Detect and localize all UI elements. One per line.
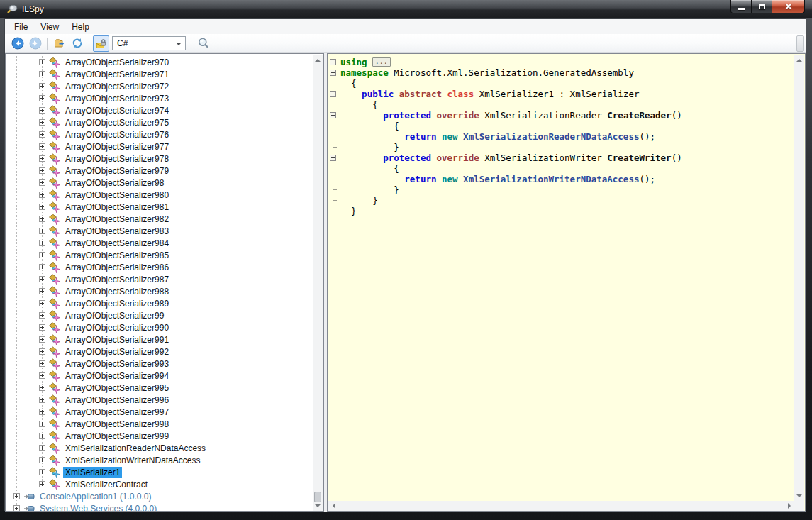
tree-item-label[interactable]: ArrayOfObjectSerializer997: [63, 406, 171, 418]
tree-item-label[interactable]: XmlSerializationReaderNDataAccess: [63, 443, 208, 454]
tree-item[interactable]: XmlSerializationWriterNDataAccess: [6, 454, 313, 466]
tree-item[interactable]: ArrayOfObjectSerializer992: [6, 345, 313, 358]
tree-item-label[interactable]: ArrayOfObjectSerializer98: [63, 177, 166, 189]
tree-item-label[interactable]: ArrayOfObjectSerializer995: [63, 382, 171, 394]
expand-toggle-icon[interactable]: [39, 167, 45, 174]
expand-toggle-icon[interactable]: [39, 131, 45, 138]
expand-toggle-icon[interactable]: [39, 397, 45, 403]
tree-item[interactable]: ArrayOfObjectSerializer973: [6, 92, 313, 104]
fold-toggle-icon[interactable]: [330, 59, 336, 65]
tree-item[interactable]: ArrayOfObjectSerializer988: [6, 285, 313, 297]
fold-toggle-icon[interactable]: [330, 112, 336, 118]
expand-toggle-icon[interactable]: [39, 469, 45, 475]
expand-toggle-icon[interactable]: [39, 179, 45, 186]
expand-toggle-icon[interactable]: [39, 288, 45, 294]
tree-item-label[interactable]: ArrayOfObjectSerializer978: [63, 153, 171, 165]
expand-toggle-icon[interactable]: [39, 59, 45, 65]
tree-item[interactable]: ArrayOfObjectSerializer998: [6, 418, 313, 430]
tree-item-label[interactable]: ArrayOfObjectSerializer991: [63, 334, 171, 345]
tree-item[interactable]: ArrayOfObjectSerializer990: [6, 321, 313, 333]
language-select[interactable]: C#: [112, 36, 186, 50]
tree-item[interactable]: ConsoleApplication1 (1.0.0.0): [6, 490, 313, 502]
tree-item-label[interactable]: ArrayOfObjectSerializer998: [63, 419, 171, 430]
expand-toggle-icon[interactable]: [39, 348, 45, 355]
tree-item[interactable]: ArrayOfObjectSerializer977: [6, 140, 313, 153]
tree-item[interactable]: ArrayOfObjectSerializer99: [6, 309, 313, 321]
expand-toggle-icon[interactable]: [39, 481, 45, 487]
fold-toggle-icon[interactable]: [330, 91, 336, 97]
tree-item[interactable]: System.Web.Services (4.0.0.0): [6, 502, 313, 511]
tree-item[interactable]: ArrayOfObjectSerializer996: [6, 394, 313, 406]
tree-item[interactable]: ArrayOfObjectSerializer983: [6, 225, 313, 237]
tree-item[interactable]: XmlSerializationReaderNDataAccess: [6, 442, 313, 454]
tree-item[interactable]: ArrayOfObjectSerializer999: [6, 430, 313, 442]
expand-toggle-icon[interactable]: [39, 372, 45, 379]
expand-toggle-icon[interactable]: [39, 457, 45, 463]
tree-item[interactable]: ArrayOfObjectSerializer984: [6, 237, 313, 249]
tree-item[interactable]: ArrayOfObjectSerializer995: [6, 382, 313, 394]
tree-item[interactable]: ArrayOfObjectSerializer980: [6, 189, 313, 201]
tree-item[interactable]: ArrayOfObjectSerializer994: [6, 370, 313, 382]
tree-item-label[interactable]: ArrayOfObjectSerializer985: [63, 250, 171, 261]
tree-item[interactable]: ArrayOfObjectSerializer972: [6, 80, 313, 92]
tree-item[interactable]: ArrayOfObjectSerializer985: [6, 249, 313, 261]
expand-toggle-icon[interactable]: [39, 385, 45, 391]
tree-item[interactable]: ArrayOfObjectSerializer978: [6, 153, 313, 165]
tree-item-label[interactable]: ArrayOfObjectSerializer990: [63, 322, 171, 333]
tree-item[interactable]: XmlSerializer1: [6, 466, 313, 478]
tree-item[interactable]: ArrayOfObjectSerializer981: [6, 201, 313, 213]
tree-item-label[interactable]: ArrayOfObjectSerializer988: [63, 286, 171, 297]
code-vertical-scrollbar[interactable]: [794, 55, 804, 501]
expand-toggle-icon[interactable]: [39, 252, 45, 258]
tree-item[interactable]: ArrayOfObjectSerializer997: [6, 406, 313, 418]
tree-item-label[interactable]: ArrayOfObjectSerializer974: [63, 105, 171, 116]
tree-item-label[interactable]: XmlSerializerContract: [63, 479, 150, 490]
tree-item-label[interactable]: ArrayOfObjectSerializer970: [63, 57, 171, 68]
minimize-button[interactable]: [730, 0, 752, 13]
tree-item-label[interactable]: ArrayOfObjectSerializer977: [63, 141, 171, 153]
fold-toggle-icon[interactable]: [330, 70, 336, 76]
tree-item-label[interactable]: XmlSerializer1: [63, 467, 122, 478]
forward-button[interactable]: [27, 35, 43, 52]
expand-toggle-icon[interactable]: [39, 312, 45, 319]
tree-item-label[interactable]: ArrayOfObjectSerializer994: [63, 370, 171, 382]
tree-item-label[interactable]: ArrayOfObjectSerializer987: [63, 274, 171, 285]
expand-toggle-icon[interactable]: [39, 276, 45, 282]
tree-item-label[interactable]: ArrayOfObjectSerializer980: [63, 189, 171, 201]
tree-item-label[interactable]: ArrayOfObjectSerializer975: [63, 117, 171, 128]
expand-toggle-icon[interactable]: [39, 421, 45, 427]
expand-toggle-icon[interactable]: [39, 204, 45, 210]
tree-item-label[interactable]: XmlSerializationWriterNDataAccess: [63, 455, 203, 466]
tree-item[interactable]: ArrayOfObjectSerializer993: [6, 358, 313, 370]
menu-help[interactable]: Help: [65, 21, 96, 33]
open-assembly-button[interactable]: [51, 35, 67, 52]
expand-toggle-icon[interactable]: [39, 300, 45, 306]
tree-item[interactable]: ArrayOfObjectSerializer976: [6, 128, 313, 140]
tree-item-label[interactable]: ArrayOfObjectSerializer996: [63, 394, 171, 406]
tree-item-label[interactable]: ArrayOfObjectSerializer973: [63, 93, 171, 104]
expand-toggle-icon[interactable]: [39, 192, 45, 198]
expand-toggle-icon[interactable]: [39, 264, 45, 270]
tree-item[interactable]: ArrayOfObjectSerializer979: [6, 165, 313, 177]
expand-toggle-icon[interactable]: [39, 409, 45, 415]
scroll-up-button[interactable]: [794, 55, 804, 65]
expand-toggle-icon[interactable]: [39, 95, 45, 101]
tree-item-label[interactable]: ArrayOfObjectSerializer99: [63, 310, 166, 321]
tree-item-label[interactable]: ConsoleApplication1 (1.0.0.0): [38, 491, 153, 502]
expand-toggle-icon[interactable]: [39, 107, 45, 114]
tree-item-label[interactable]: ArrayOfObjectSerializer999: [63, 431, 171, 442]
expand-toggle-icon[interactable]: [39, 119, 45, 126]
tree-item-label[interactable]: ArrayOfObjectSerializer989: [63, 298, 171, 309]
code-view[interactable]: using...namespace Microsoft.Xml.Serializ…: [328, 55, 794, 501]
tree-item-label[interactable]: ArrayOfObjectSerializer981: [63, 201, 171, 213]
back-button[interactable]: [9, 35, 26, 52]
scroll-down-button[interactable]: [313, 500, 323, 511]
tree-item[interactable]: ArrayOfObjectSerializer986: [6, 261, 313, 273]
tree-item-label[interactable]: ArrayOfObjectSerializer979: [63, 165, 171, 177]
tree-item-label[interactable]: System.Web.Services (4.0.0.0): [38, 503, 159, 511]
expand-toggle-icon[interactable]: [39, 324, 45, 331]
refresh-button[interactable]: [69, 35, 85, 52]
search-button[interactable]: [195, 35, 211, 52]
scroll-right-button[interactable]: [784, 501, 794, 511]
tree-item[interactable]: ArrayOfObjectSerializer970: [6, 56, 313, 68]
